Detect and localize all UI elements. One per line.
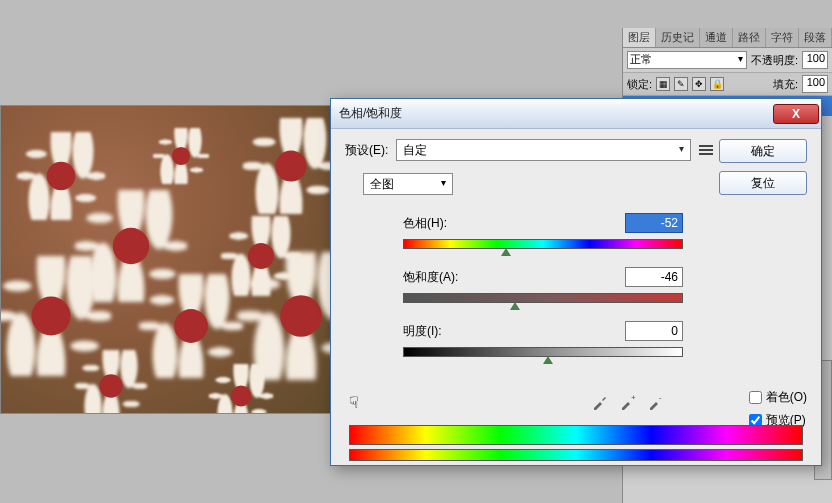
hue-spectrum-bottom [349,449,803,461]
dialog-title: 色相/饱和度 [339,105,402,122]
tab-history[interactable]: 历史记 [656,28,700,47]
ok-button[interactable]: 确定 [719,139,807,163]
channel-select[interactable]: 全图 [363,173,453,195]
panel-tabs: 图层 历史记 通道 路径 字符 段落 [623,28,832,48]
colorize-checkbox-label[interactable]: 着色(O) [749,389,807,406]
eyedropper-minus-icon[interactable]: - [647,393,665,411]
lightness-slider[interactable] [403,347,683,357]
hue-label: 色相(H): [403,215,447,232]
lightness-slider-thumb[interactable] [543,356,553,364]
lock-position-icon[interactable]: ✥ [692,77,706,91]
fill-label: 填充: [773,77,798,92]
hue-slider-thumb[interactable] [501,248,511,256]
lightness-input[interactable] [625,321,683,341]
canvas-image[interactable] [0,105,352,414]
lock-label: 锁定: [627,77,652,92]
saturation-input[interactable] [625,267,683,287]
lock-transparent-icon[interactable]: ▦ [656,77,670,91]
cancel-button[interactable]: 复位 [719,171,807,195]
hue-input[interactable] [625,213,683,233]
hue-saturation-dialog: 色相/饱和度 X 预设(E): 自定 全图 色相(H): 饱和度(A): [330,98,822,466]
lightness-label: 明度(I): [403,323,442,340]
opacity-label: 不透明度: [751,53,798,68]
svg-text:-: - [659,393,662,402]
eyedropper-group: + - [591,393,665,411]
preset-select[interactable]: 自定 [396,139,691,161]
eyedropper-plus-icon[interactable]: + [619,393,637,411]
lock-all-icon[interactable]: 🔒 [710,77,724,91]
saturation-slider-thumb[interactable] [510,302,520,310]
svg-text:+: + [631,393,636,402]
preset-label: 预设(E): [345,142,388,159]
opacity-input[interactable]: 100 [802,51,828,69]
blend-mode-select[interactable]: 正常 [627,51,747,69]
tab-paths[interactable]: 路径 [733,28,766,47]
tab-channels[interactable]: 通道 [700,28,733,47]
tab-character[interactable]: 字符 [766,28,799,47]
tab-layers[interactable]: 图层 [623,28,656,47]
close-button[interactable]: X [773,104,819,124]
hue-spectrum-top [349,425,803,445]
saturation-label: 饱和度(A): [403,269,458,286]
hue-slider[interactable] [403,239,683,249]
lock-pixels-icon[interactable]: ✎ [674,77,688,91]
lock-row: 锁定: ▦ ✎ ✥ 🔒 填充: 100 [623,72,832,96]
saturation-slider[interactable] [403,293,683,303]
preset-menu-icon[interactable] [699,143,715,157]
tab-paragraph[interactable]: 段落 [799,28,832,47]
colorize-checkbox[interactable] [749,391,762,404]
blend-row: 正常 不透明度: 100 [623,48,832,72]
eyedropper-icon[interactable] [591,393,609,411]
dialog-titlebar[interactable]: 色相/饱和度 X [331,99,821,129]
scrubby-hand-icon[interactable]: ☟ [349,393,359,412]
fill-input[interactable]: 100 [802,75,828,93]
